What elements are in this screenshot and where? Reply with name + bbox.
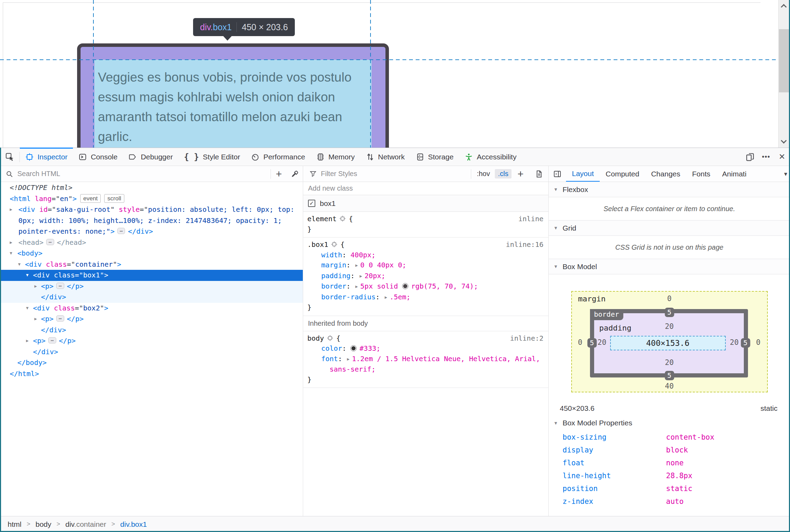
box-model-properties-header[interactable]: ▼ Box Model Properties: [549, 415, 790, 431]
property-value[interactable]: none: [666, 459, 684, 467]
event-badge[interactable]: scroll: [104, 194, 124, 203]
margin-bottom-value[interactable]: 40: [665, 382, 674, 390]
markup-row[interactable]: ▼<div class="container">: [0, 259, 303, 270]
breadcrumb-item[interactable]: div.container: [65, 520, 106, 529]
markup-row[interactable]: ▼<div class="box1">: [0, 270, 303, 281]
markup-row[interactable]: pointer-events: none;">⋯</div>: [0, 226, 303, 237]
property-name[interactable]: box-sizing: [549, 433, 666, 441]
breadcrumb-item[interactable]: div.box1: [120, 520, 147, 529]
rule-source-link[interactable]: inline: [518, 214, 543, 224]
property-value[interactable]: block: [666, 446, 688, 454]
tab-console[interactable]: Console: [73, 148, 123, 166]
css-declaration[interactable]: padding: ▶20px;: [303, 271, 548, 282]
markup-row[interactable]: </div>: [0, 325, 303, 336]
tab-fonts[interactable]: Fonts: [686, 166, 716, 182]
css-declaration[interactable]: border-radius: ▶.5em;: [303, 292, 548, 303]
markup-row[interactable]: ▶<p>⋯</p>: [0, 281, 303, 292]
class-panel-button[interactable]: .cls: [495, 169, 512, 178]
print-media-button[interactable]: [530, 170, 548, 178]
expand-open-icon[interactable]: ▼: [10, 248, 12, 259]
padding-left-value[interactable]: 20: [598, 338, 606, 347]
color-swatch[interactable]: [402, 283, 408, 289]
markup-row[interactable]: </body>: [0, 357, 303, 368]
expand-closed-icon[interactable]: ▶: [10, 204, 12, 215]
collapsed-children-pill[interactable]: ⋯: [56, 283, 64, 289]
border-top-value[interactable]: 5: [665, 308, 674, 317]
property-value[interactable]: static: [666, 484, 692, 493]
tab-storage[interactable]: Storage: [410, 148, 459, 166]
tab-changes[interactable]: Changes: [645, 166, 686, 182]
page-scrollbar[interactable]: [778, 0, 789, 148]
css-declaration[interactable]: margin: ▶0 0 40px 0;: [303, 260, 548, 271]
tab-inspector[interactable]: Inspector: [20, 148, 73, 166]
property-value[interactable]: auto: [666, 497, 684, 506]
search-html-input[interactable]: [17, 170, 233, 178]
rule-selector[interactable]: element: [307, 215, 336, 223]
markup-row[interactable]: <html lang="en">eventscroll: [0, 193, 303, 205]
sidebar-toggle-button[interactable]: [549, 170, 566, 178]
tab-animations[interactable]: Animati: [716, 166, 751, 182]
tab-accessibility[interactable]: Accessibility: [459, 148, 522, 166]
expand-closed-icon[interactable]: ▶: [34, 314, 37, 325]
expand-closed-icon[interactable]: ▶: [26, 335, 28, 347]
tab-debugger[interactable]: Debugger: [123, 148, 178, 166]
tab-layout[interactable]: Layout: [566, 166, 600, 182]
class-checkbox[interactable]: ✓: [308, 200, 315, 207]
markup-row[interactable]: 0px; width: 100%; height…100%; z-index: …: [0, 215, 303, 226]
css-declaration[interactable]: font: ▶1.2em / 1.5 Helvetica Neue, Helve…: [303, 354, 548, 365]
tab-style-editor[interactable]: { } Style Editor: [178, 148, 246, 166]
border-bottom-value[interactable]: 5: [665, 371, 674, 380]
event-badge[interactable]: event: [80, 194, 101, 203]
markup-row[interactable]: </html>: [0, 368, 303, 380]
highlight-target-icon[interactable]: [339, 215, 346, 222]
padding-right-value[interactable]: 20: [730, 338, 739, 347]
property-name[interactable]: float: [549, 459, 666, 467]
markup-row[interactable]: <!DOCTYPE html>: [0, 182, 303, 193]
expand-open-icon[interactable]: ▼: [26, 270, 28, 281]
markup-row[interactable]: ▶<div id="saka-gui-root" style="position…: [0, 204, 303, 215]
breadcrumb-item[interactable]: html: [8, 520, 22, 529]
border-right-value[interactable]: 5: [741, 338, 750, 348]
expand-closed-icon[interactable]: ▶: [10, 237, 12, 248]
collapsed-children-pill[interactable]: ⋯: [46, 239, 54, 245]
property-name[interactable]: line-height: [549, 472, 666, 480]
margin-right-value[interactable]: 0: [756, 338, 760, 347]
rule-source-link[interactable]: inline:2: [510, 333, 543, 344]
content-box[interactable]: 400×153.6: [610, 336, 726, 350]
property-name[interactable]: position: [549, 484, 666, 493]
filter-styles-input[interactable]: [321, 170, 435, 178]
markup-row[interactable]: ▶<p>⋯</p>: [0, 335, 303, 347]
node-picker-button[interactable]: [0, 148, 19, 166]
responsive-design-mode-button[interactable]: [742, 148, 758, 166]
add-rule-button[interactable]: +: [512, 168, 530, 180]
markup-row[interactable]: ▼<body>: [0, 248, 303, 259]
property-value[interactable]: 28.8px: [666, 472, 692, 480]
markup-row[interactable]: </div>: [0, 292, 303, 303]
tab-network[interactable]: Network: [360, 148, 410, 166]
close-devtools-button[interactable]: ✕: [774, 148, 790, 166]
add-new-class-input[interactable]: [308, 184, 516, 192]
expand-open-icon[interactable]: ▼: [26, 303, 28, 314]
flexbox-section-header[interactable]: ▼ Flexbox: [549, 182, 790, 197]
eyedropper-button[interactable]: [287, 170, 303, 178]
markup-row[interactable]: ▶<p>⋯</p>: [0, 314, 303, 325]
devtools-menu-button[interactable]: •••: [758, 148, 774, 166]
property-value[interactable]: content-box: [666, 433, 714, 441]
expand-open-icon[interactable]: ▼: [18, 259, 20, 270]
grid-section-header[interactable]: ▼ Grid: [549, 221, 790, 236]
markup-row[interactable]: ▼<div class="box2">: [0, 303, 303, 314]
markup-row[interactable]: </div>: [0, 347, 303, 358]
tab-memory[interactable]: Memory: [311, 148, 360, 166]
collapsed-children-pill[interactable]: ⋯: [117, 228, 125, 234]
scroll-down-arrow-icon[interactable]: [781, 138, 787, 144]
css-declaration[interactable]: width: 400px;: [303, 250, 548, 260]
rule-selector[interactable]: .box1: [307, 240, 328, 249]
border-left-value[interactable]: 5: [587, 338, 597, 348]
breadcrumb-item[interactable]: body: [35, 520, 51, 529]
padding-top-value[interactable]: 20: [665, 322, 674, 331]
property-name[interactable]: display: [549, 446, 666, 454]
collapsed-children-pill[interactable]: ⋯: [56, 315, 64, 322]
expand-closed-icon[interactable]: ▶: [34, 281, 37, 292]
padding-bottom-value[interactable]: 20: [665, 358, 674, 367]
margin-top-value[interactable]: 0: [667, 294, 672, 303]
